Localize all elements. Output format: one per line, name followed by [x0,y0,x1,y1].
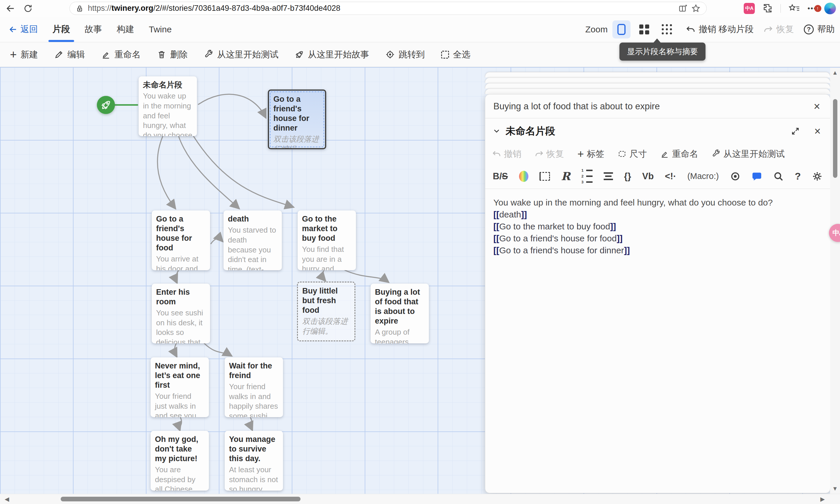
editor-rename-button[interactable]: 重命名 [660,148,698,160]
scroll-down-icon[interactable]: ▼ [830,485,840,492]
chevron-down-icon[interactable] [493,127,500,135]
passage-node-death[interactable]: deathYou starved to death because you di… [223,211,282,270]
scroll-right-icon[interactable]: ▶ [820,496,825,503]
tab-twine[interactable]: Twine [147,17,173,42]
passage-excerpt: You are despised by all Chinese [155,465,205,491]
passage-title: Go to the market to buy food [302,214,352,243]
extensions-puzzle-icon[interactable] [762,3,773,14]
editor-settings-button[interactable] [812,171,823,182]
passage-node-enter-room[interactable]: Enter his roomYou see sushi on his desk,… [152,284,210,343]
undo-label: 撤销 移动片段 [699,23,754,35]
hook-button[interactable] [539,172,550,181]
macro-button[interactable]: (Macro:) [687,172,719,181]
passage-text-editor[interactable]: You wake up in the morning and feel hung… [485,189,830,493]
help-button[interactable]: ? 帮助 [804,23,835,35]
editor-test-from-here-button[interactable]: 从这里开始测试 [712,148,785,160]
collapsed-dialog[interactable] [485,77,830,83]
new-passage-button[interactable]: + 新建 [10,49,38,61]
passage-node-dinner[interactable]: Go to a friend's house for dinner双击该段落进行… [268,89,326,149]
browser-more-icon[interactable]: •••↑ [808,4,817,13]
vertical-scrollbar-thumb[interactable] [833,99,837,178]
select-all-button[interactable]: 全选 [441,49,470,61]
passage-node-market[interactable]: Go to the market to buy foodYou find tha… [297,211,356,270]
collapsed-dialog[interactable] [485,83,830,89]
passage-node-oh-my-god[interactable]: Oh my god, don't take my picture!You are… [151,431,209,491]
editor-close-icon[interactable]: × [812,126,823,137]
collapsed-dialog[interactable] [485,72,830,77]
rocket-icon [295,50,304,59]
dialog-title: Buying a lot of food that is about to ex… [493,101,812,112]
editor-link-line: [[Go to the market to buy food]] [493,220,822,232]
editor-redo-button[interactable]: 恢复 [535,148,564,160]
passage-node-friend-food[interactable]: Go to a friend's house for foodYou arriv… [152,211,210,270]
alignment-button[interactable] [604,172,613,180]
text-style-button[interactable]: B/S [493,171,508,182]
scroll-up-icon[interactable]: ▲ [830,69,840,76]
verbatim-button[interactable]: Vb [642,171,654,182]
collapsed-dialog[interactable] [485,89,830,94]
passage-title: Go to a friend's house for dinner [273,94,321,133]
horizontal-scrollbar[interactable]: ◀ ▶ [0,494,840,504]
tab-story[interactable]: 故事 [83,17,104,42]
editor-redo-label: 恢复 [547,148,564,160]
comment-bubble-button[interactable] [752,171,762,182]
scroll-left-icon[interactable]: ◀ [5,496,9,503]
maximize-icon[interactable] [791,127,800,136]
passage-node-buying-lot[interactable]: Buying a lot of food that is about to ex… [371,284,429,343]
start-story-here-button[interactable]: 从这里开始故事 [295,49,369,61]
tab-build[interactable]: 构建 [115,17,136,42]
delete-passage-button[interactable]: 删除 [157,49,188,61]
link-enter-room-to-wait-friend [204,343,231,356]
split-screen-icon[interactable] [676,2,689,15]
rename-passage-button[interactable]: 重命名 [101,49,141,61]
favorite-star-icon[interactable] [689,2,702,15]
dialog-close-icon[interactable]: × [812,101,822,112]
preview-eye-button[interactable] [730,171,740,182]
translate-icon[interactable]: 中A [744,3,755,14]
zoom-full-button[interactable] [613,20,631,38]
passage-size-button[interactable]: 尺寸 [618,148,647,160]
editor-help-button[interactable]: ? [795,170,801,182]
passage-node-buy-little[interactable]: Buy littlel but fresh food双击该段落进行编辑。 [297,282,355,341]
passage-node-untitled[interactable]: 未命名片段You wake up in the morning and feel… [139,76,197,136]
passage-excerpt: Your friend walks in and happily shares … [229,382,279,417]
browser-refresh-icon[interactable] [22,2,34,15]
numbered-list-button[interactable]: 1 2 3 [582,168,593,184]
passage-node-never-mind[interactable]: Never mind, let’s eat one firstYour frie… [151,357,209,417]
passage-node-you-manage[interactable]: You manage to survive this day.At least … [225,431,283,491]
zoom-small-button[interactable] [658,20,676,38]
passage-excerpt: You starved to death because you didn't … [228,225,277,270]
back-button[interactable]: 返回 [9,23,38,35]
vertical-scrollbar[interactable]: ▲ ▼ [830,68,840,494]
url-text[interactable]: https://twinery.org/2/#/stories/70361a49… [88,4,676,13]
text-color-button[interactable] [519,171,528,182]
find-button[interactable] [773,171,784,182]
tab-passages[interactable]: 片段 [51,17,72,42]
comment-button[interactable]: <!· [665,171,676,182]
editor-undo-button[interactable]: 撤销 [492,148,521,160]
test-from-here-label: 从这里开始测试 [217,49,278,61]
editor-link-line: [[Go to a friend's house for dinner]] [493,244,822,256]
url-path: /2/#/stories/70361a49-87d3-4b9a-a0f7-b73… [153,4,341,13]
select-all-icon [441,51,449,59]
passage-title: Buy littlel but fresh food [302,286,350,315]
zoom-medium-button[interactable] [635,20,653,38]
favorites-list-icon[interactable] [788,3,800,13]
zoom-tooltip: 显示片段名称与摘要 [619,42,705,61]
add-tag-button[interactable]: + 标签 [578,148,604,160]
start-passage-rocket-icon [97,96,115,114]
revision-button[interactable]: R [561,170,570,183]
redo-button[interactable]: 恢复 [764,23,794,35]
go-to-passage-button[interactable]: 跳转到 [385,49,425,61]
collapse-braces-button[interactable]: {} [624,171,631,182]
passage-node-wait-friend[interactable]: Wait for the freindYour friend walks in … [225,357,283,417]
undo-move-passage-button[interactable]: 撤销 移动片段 [686,23,754,35]
address-bar[interactable]: https://twinery.org/2/#/stories/70361a49… [69,2,707,15]
link-wait-friend-to-you-manage [250,417,252,430]
copilot-icon[interactable] [824,3,836,14]
browser-back-icon[interactable] [4,2,17,15]
test-from-here-button[interactable]: 从这里开始测试 [204,49,278,61]
edit-passage-button[interactable]: 编辑 [54,49,85,61]
horizontal-scrollbar-thumb[interactable] [61,497,301,501]
site-security-lock-icon[interactable] [75,4,84,13]
